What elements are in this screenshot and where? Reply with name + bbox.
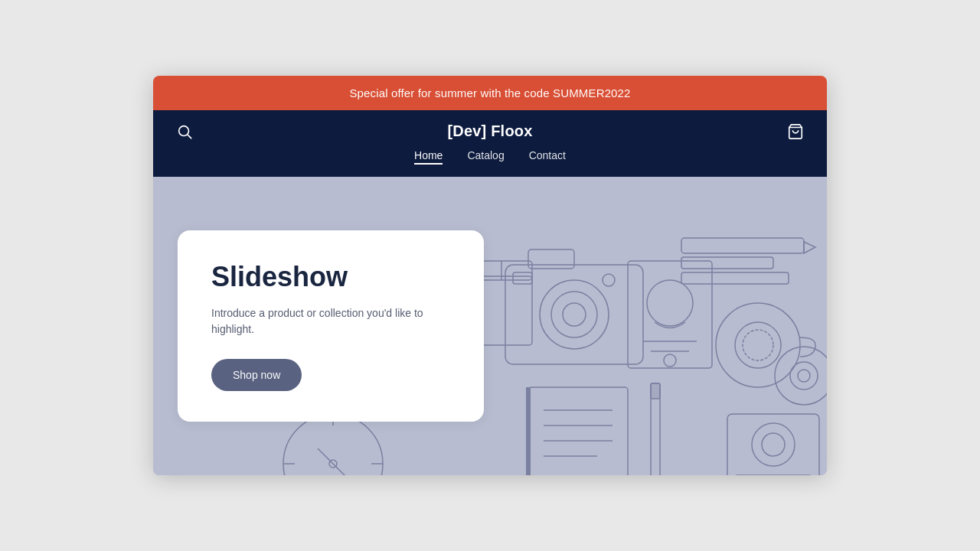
- nav-item-contact[interactable]: Contact: [529, 149, 566, 165]
- svg-line-1: [188, 135, 191, 139]
- announcement-text: Special offer for summer with the code S…: [349, 86, 630, 99]
- hero-section: Slideshow Introduce a product or collect…: [153, 177, 827, 475]
- search-icon[interactable]: [176, 123, 193, 140]
- cart-icon[interactable]: [787, 123, 804, 140]
- svg-point-0: [179, 126, 189, 135]
- svg-rect-36: [651, 383, 660, 399]
- announcement-bar: Special offer for summer with the code S…: [153, 76, 827, 110]
- slideshow-title: Slideshow: [211, 261, 450, 293]
- slideshow-description: Introduce a product or collection you'd …: [211, 305, 450, 337]
- shop-now-button[interactable]: Shop now: [211, 359, 302, 391]
- nav-item-catalog[interactable]: Catalog: [467, 149, 504, 165]
- browser-window: Special offer for summer with the code S…: [153, 76, 827, 475]
- header: [Dev] Floox Home Catalog Contact: [153, 110, 827, 177]
- header-top: [Dev] Floox: [176, 122, 804, 140]
- slideshow-card: Slideshow Introduce a product or collect…: [178, 230, 484, 422]
- navigation: Home Catalog Contact: [176, 149, 804, 165]
- nav-item-home[interactable]: Home: [414, 149, 443, 165]
- site-title[interactable]: [Dev] Floox: [447, 122, 532, 140]
